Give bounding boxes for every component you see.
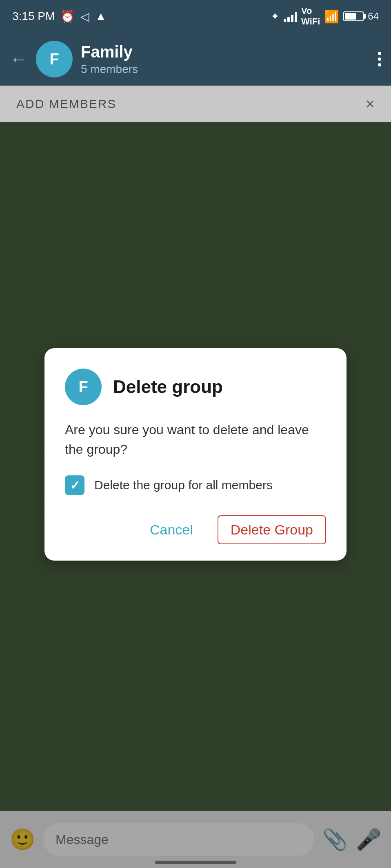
checkmark-icon: ✓ [70, 478, 80, 493]
modal-overlay: F Delete group Are you sure you want to … [0, 122, 391, 868]
chat-header: ← F Family 5 members [0, 33, 391, 86]
battery-percent: 64 [368, 11, 379, 22]
modal-avatar: F [65, 369, 102, 405]
logo-icon: ▲ [95, 10, 107, 23]
vowifi-icon: VoWiFi [301, 6, 320, 27]
home-indicator [155, 861, 236, 864]
nav-icon: ◁ [80, 10, 89, 23]
signal-icon [284, 11, 297, 22]
bluetooth-icon: ✦ [271, 10, 280, 23]
add-members-bar: ADD MEMBERS × [0, 86, 391, 122]
delete-for-all-checkbox[interactable]: ✓ [65, 475, 84, 495]
status-right: ✦ VoWiFi 📶 64 [271, 6, 379, 27]
modal-actions: Cancel Delete Group [65, 515, 326, 544]
delete-group-button[interactable]: Delete Group [218, 515, 326, 544]
delete-for-all-label: Delete the group for all members [94, 478, 273, 492]
status-time: 3:15 PM [12, 10, 55, 23]
modal-title: Delete group [113, 377, 223, 397]
delete-group-modal: F Delete group Are you sure you want to … [44, 348, 347, 561]
wifi-icon: 📶 [324, 9, 339, 24]
add-members-label: ADD MEMBERS [16, 97, 116, 111]
close-add-members-button[interactable]: × [366, 95, 375, 113]
status-bar: 3:15 PM ⏰ ◁ ▲ ✦ VoWiFi 📶 64 [0, 0, 391, 33]
cancel-button[interactable]: Cancel [142, 517, 201, 543]
battery-icon [343, 11, 364, 21]
back-button[interactable]: ← [10, 49, 28, 69]
modal-header: F Delete group [65, 369, 326, 405]
group-name: Family [81, 43, 378, 61]
delete-all-members-row: ✓ Delete the group for all members [65, 475, 326, 495]
status-left: 3:15 PM ⏰ ◁ ▲ [12, 10, 107, 23]
more-options-button[interactable] [378, 52, 381, 66]
group-avatar: F [36, 41, 73, 77]
member-count: 5 members [81, 63, 378, 76]
header-info: Family 5 members [81, 43, 378, 76]
modal-body-text: Are you sure you want to delete and leav… [65, 420, 326, 459]
alarm-icon: ⏰ [60, 10, 75, 23]
